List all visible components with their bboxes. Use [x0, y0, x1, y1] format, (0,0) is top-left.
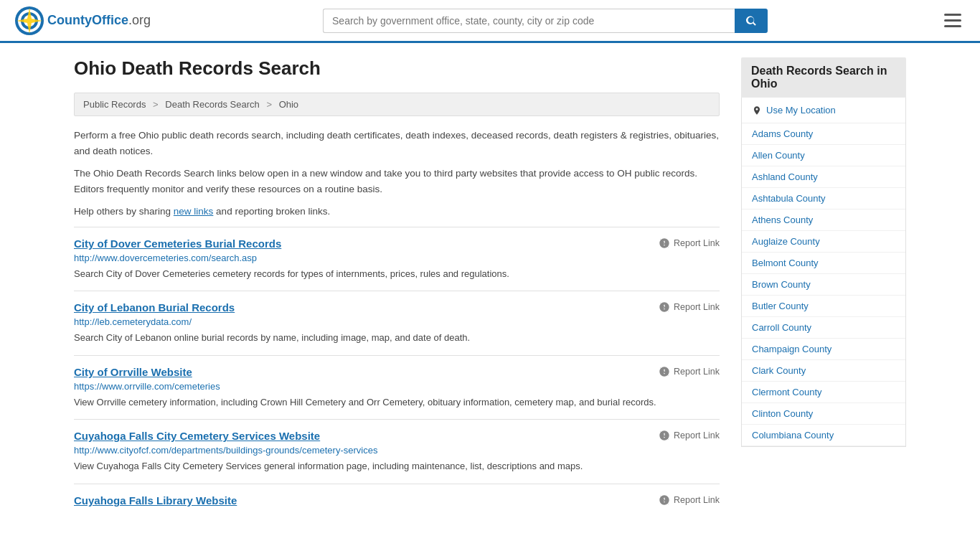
result-title: Cuyahoga Falls City Cemetery Services We…	[74, 430, 320, 442]
result-link[interactable]: City of Lebanon Burial Records	[74, 301, 235, 314]
content-area: Ohio Death Records Search Public Records…	[74, 57, 720, 512]
sidebar-county-link[interactable]: Auglaize County	[742, 231, 905, 253]
result-card: City of Orrville Website Report Link htt…	[74, 355, 720, 420]
report-icon	[659, 366, 670, 377]
use-my-location-link[interactable]: Use My Location	[742, 98, 905, 123]
sidebar-county-link[interactable]: Clark County	[742, 360, 905, 382]
description-para-1: Perform a free Ohio public death records…	[74, 128, 720, 159]
report-label: Report Link	[674, 238, 720, 248]
sidebar-counties: Adams CountyAllen CountyAshland CountyAs…	[742, 123, 905, 446]
sidebar-county-link[interactable]: Champaign County	[742, 339, 905, 360]
result-desc: Search City of Lebanon online burial rec…	[74, 331, 720, 345]
hamburger-line	[944, 25, 961, 27]
location-pin-icon	[752, 105, 762, 116]
use-my-location-label: Use My Location	[766, 105, 836, 116]
description-area: Perform a free Ohio public death records…	[74, 128, 720, 220]
sidebar-county-link[interactable]: Ashland County	[742, 166, 905, 188]
breadcrumb-separator: >	[266, 99, 272, 110]
result-link[interactable]: Cuyahoga Falls City Cemetery Services We…	[74, 430, 320, 442]
description-para-2: The Ohio Death Records Search links belo…	[74, 166, 720, 197]
sidebar-county-link[interactable]: Butler County	[742, 296, 905, 317]
main-container: Ohio Death Records Search Public Records…	[60, 43, 920, 527]
report-label: Report Link	[674, 367, 720, 377]
search-button[interactable]	[735, 9, 768, 33]
report-link-button[interactable]: Report Link	[659, 366, 720, 377]
result-card-header: City of Orrville Website Report Link	[74, 366, 720, 378]
sidebar-county-link[interactable]: Carroll County	[742, 317, 905, 339]
result-title: City of Lebanon Burial Records	[74, 301, 235, 314]
result-link[interactable]: City of Orrville Website	[74, 366, 192, 378]
report-link-button[interactable]: Report Link	[659, 494, 720, 506]
sidebar-county-link[interactable]: Columbiana County	[742, 425, 905, 446]
report-icon	[659, 301, 670, 313]
report-label: Report Link	[674, 430, 720, 441]
result-url: http://leb.cemeterydata.com/	[74, 316, 720, 327]
sidebar-county-link[interactable]: Adams County	[742, 123, 905, 145]
result-url: https://www.orrville.com/cemeteries	[74, 381, 720, 392]
result-desc: View Orrville cemetery information, incl…	[74, 395, 720, 410]
report-icon	[659, 237, 670, 249]
result-url: http://www.dovercemeteries.com/search.as…	[74, 253, 720, 263]
sidebar-county-link[interactable]: Allen County	[742, 145, 905, 166]
result-card-header: Cuyahoga Falls Library Website Report Li…	[74, 494, 720, 507]
report-icon	[659, 494, 670, 506]
result-card-header: City of Dover Cemeteries Burial Records …	[74, 237, 720, 250]
search-input[interactable]	[323, 9, 735, 33]
result-desc: Search City of Dover Cemeteries cemetery…	[74, 267, 720, 281]
breadcrumb-link-death-records[interactable]: Death Records Search	[165, 99, 260, 110]
result-card: Cuyahoga Falls City Cemetery Services We…	[74, 419, 720, 484]
new-links-link[interactable]: new links	[174, 206, 214, 217]
sidebar-county-link[interactable]: Clermont County	[742, 382, 905, 403]
breadcrumb-separator: >	[153, 99, 159, 110]
result-desc: View Cuyahoga Falls City Cemetery Servic…	[74, 459, 720, 474]
hamburger-line	[944, 14, 961, 16]
result-title: Cuyahoga Falls Library Website	[74, 494, 237, 507]
description-para-3: Help others by sharing new links and rep…	[74, 204, 720, 220]
result-title: City of Dover Cemeteries Burial Records	[74, 237, 281, 250]
sidebar-county-link[interactable]: Ashtabula County	[742, 188, 905, 209]
result-link[interactable]: City of Dover Cemeteries Burial Records	[74, 237, 281, 250]
logo-text: CountyOffice.org	[47, 13, 151, 28]
search-area	[323, 9, 768, 33]
sidebar-content: Use My Location Adams CountyAllen County…	[741, 98, 906, 447]
breadcrumb: Public Records > Death Records Search > …	[74, 93, 720, 116]
header: CountyOffice.org	[0, 0, 980, 43]
results-list: City of Dover Cemeteries Burial Records …	[74, 227, 720, 512]
report-label: Report Link	[674, 495, 720, 505]
report-label: Report Link	[674, 302, 720, 312]
report-link-button[interactable]: Report Link	[659, 237, 720, 249]
sidebar-county-link[interactable]: Clinton County	[742, 403, 905, 425]
hamburger-line	[944, 19, 961, 22]
breadcrumb-link-ohio[interactable]: Ohio	[279, 99, 298, 110]
logo[interactable]: CountyOffice.org	[14, 6, 151, 36]
hamburger-menu-button[interactable]	[940, 9, 966, 32]
breadcrumb-link-public-records[interactable]: Public Records	[83, 99, 146, 110]
search-icon	[745, 14, 758, 27]
result-link[interactable]: Cuyahoga Falls Library Website	[74, 494, 237, 507]
result-url: http://www.cityofcf.com/departments/buil…	[74, 445, 720, 456]
report-icon	[659, 430, 670, 441]
sidebar-title: Death Records Search in Ohio	[741, 57, 906, 98]
report-link-button[interactable]: Report Link	[659, 301, 720, 313]
sidebar: Death Records Search in Ohio Use My Loca…	[741, 57, 906, 512]
sidebar-county-link[interactable]: Brown County	[742, 274, 905, 296]
result-card: City of Lebanon Burial Records Report Li…	[74, 291, 720, 355]
page-title: Ohio Death Records Search	[74, 57, 720, 80]
result-card: City of Dover Cemeteries Burial Records …	[74, 227, 720, 291]
result-card: Cuyahoga Falls Library Website Report Li…	[74, 484, 720, 512]
report-link-button[interactable]: Report Link	[659, 430, 720, 441]
result-card-header: Cuyahoga Falls City Cemetery Services We…	[74, 430, 720, 442]
sidebar-county-link[interactable]: Belmont County	[742, 253, 905, 274]
result-card-header: City of Lebanon Burial Records Report Li…	[74, 301, 720, 314]
sidebar-county-link[interactable]: Athens County	[742, 209, 905, 231]
logo-icon	[14, 6, 44, 36]
result-title: City of Orrville Website	[74, 366, 192, 378]
